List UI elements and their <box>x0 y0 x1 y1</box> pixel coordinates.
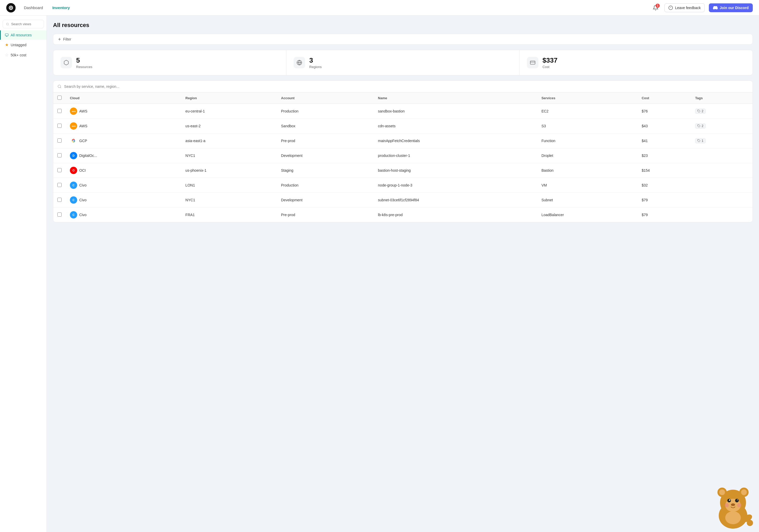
row-checkbox-2[interactable] <box>58 138 61 143</box>
svg-text:aws: aws <box>72 110 76 112</box>
cloud-name-3: DigitalOc... <box>79 154 97 158</box>
row-checkbox-4[interactable] <box>58 168 61 172</box>
svg-rect-10 <box>530 61 535 64</box>
account-4: Staging <box>277 163 374 178</box>
row-checkbox-1[interactable] <box>58 124 61 128</box>
table-row: C Civo FRA1 Pre-prod lb-k8s-pre-prod Loa… <box>53 208 752 222</box>
tags-3 <box>691 148 752 163</box>
search-views-input[interactable] <box>11 22 41 26</box>
sidebar-search-box[interactable] <box>3 20 44 28</box>
cloud-cell-7: C Civo <box>70 211 177 218</box>
sidebar-item-all-resources[interactable]: All resources <box>0 30 47 40</box>
tags-7 <box>691 208 752 222</box>
all-resources-icon <box>5 33 9 37</box>
select-all-checkbox[interactable] <box>58 95 61 100</box>
account-5: Production <box>277 178 374 193</box>
region-5: LON1 <box>181 178 277 193</box>
star-icon-50k: ☆ <box>5 53 9 57</box>
svg-point-12 <box>58 85 61 88</box>
notification-badge: 1 <box>656 4 660 8</box>
tags-6 <box>691 193 752 208</box>
account-3: Development <box>277 148 374 163</box>
nav-links: Dashboard Inventory <box>22 4 72 11</box>
tag-badge: 1 <box>695 138 706 143</box>
tags-4 <box>691 163 752 178</box>
tag-badge: 2 <box>695 109 706 114</box>
notification-button[interactable]: 1 <box>651 3 660 13</box>
row-checkbox-7[interactable] <box>58 212 61 217</box>
resource-name-3: production-cluster-1 <box>374 148 538 163</box>
main-layout: All resources ★ Untagged ☆ 50k+ cost All… <box>0 16 759 532</box>
stat-regions-text: 3 Regions <box>309 57 322 69</box>
account-0: Production <box>277 104 374 119</box>
cost-2: $41 <box>637 133 691 148</box>
account-7: Pre-prod <box>277 208 374 222</box>
cloud-cell-5: C Civo <box>70 182 177 189</box>
sidebar-item-untagged[interactable]: ★ Untagged <box>0 40 47 50</box>
row-checkbox-5[interactable] <box>58 183 61 187</box>
aws-logo: aws <box>70 107 77 115</box>
stat-resources-value: 5 <box>76 57 92 64</box>
region-7: FRA1 <box>181 208 277 222</box>
cost-0: $76 <box>637 104 691 119</box>
tag-badge: 2 <box>695 123 706 129</box>
tags-2: 1 <box>691 133 752 148</box>
row-checkbox-3[interactable] <box>58 153 61 157</box>
cloud-name-6: Civo <box>79 198 87 202</box>
discord-button[interactable]: Join our Discord <box>709 3 753 12</box>
app-logo[interactable] <box>6 3 16 13</box>
svg-point-1 <box>6 23 8 25</box>
tags-1: 2 <box>691 119 752 133</box>
stat-cost-text: $337 Cost <box>542 57 558 69</box>
sidebar-item-50k-cost[interactable]: ☆ 50k+ cost <box>0 50 47 60</box>
tags-0: 2 <box>691 104 752 119</box>
stat-cost: $337 Cost <box>520 50 752 75</box>
row-checkbox-0[interactable] <box>58 109 61 113</box>
filter-button[interactable]: Filter <box>58 37 71 41</box>
feedback-label: Leave feedback <box>675 6 701 10</box>
feedback-button[interactable]: Leave feedback <box>664 3 705 12</box>
svg-rect-3 <box>5 34 8 36</box>
cloud-name-1: AWS <box>79 124 87 128</box>
cost-5: $32 <box>637 178 691 193</box>
col-region: Region <box>181 93 277 104</box>
stat-cost-label: Cost <box>542 65 558 69</box>
feedback-icon <box>668 6 673 10</box>
cost-3: $23 <box>637 148 691 163</box>
top-navigation: Dashboard Inventory 1 Leave feedback Joi… <box>0 0 759 16</box>
cloud-cell-4: O OCI <box>70 167 177 174</box>
nav-inventory[interactable]: Inventory <box>50 4 72 11</box>
region-6: NYC1 <box>181 193 277 208</box>
services-3: Droplet <box>538 148 638 163</box>
table-row: D DigitalOc... NYC1 Development producti… <box>53 148 752 163</box>
stat-regions-value: 3 <box>309 57 322 64</box>
cloud-name-2: GCP <box>79 139 87 143</box>
resource-name-0: sandbox-bastion <box>374 104 538 119</box>
table-search-input[interactable] <box>64 84 748 89</box>
account-2: Pre-prod <box>277 133 374 148</box>
table-row: O OCI us-phoenix-1 Staging bastion-host-… <box>53 163 752 178</box>
table-body: aws AWS eu-central-1 Production sandbox-… <box>53 104 752 222</box>
filter-label: Filter <box>63 37 71 41</box>
sidebar: All resources ★ Untagged ☆ 50k+ cost <box>0 16 47 532</box>
col-cost: Cost <box>637 93 691 104</box>
discord-icon <box>713 6 718 10</box>
stat-resources: 5 Resources <box>53 50 286 75</box>
region-3: NYC1 <box>181 148 277 163</box>
cloud-name-0: AWS <box>79 109 87 113</box>
filter-bar: Filter <box>53 34 753 45</box>
col-tags: Tags <box>691 93 752 104</box>
civo-logo: C <box>70 182 77 189</box>
stat-resources-label: Resources <box>76 65 92 69</box>
cloud-cell-3: D DigitalOc... <box>70 152 177 159</box>
services-5: VM <box>538 178 638 193</box>
civo-logo: C <box>70 211 77 218</box>
row-checkbox-6[interactable] <box>58 198 61 202</box>
cost-6: $79 <box>637 193 691 208</box>
services-4: Bastion <box>538 163 638 178</box>
table-search-box[interactable] <box>53 81 752 93</box>
resource-name-4: bastion-host-staging <box>374 163 538 178</box>
nav-dashboard[interactable]: Dashboard <box>22 4 45 11</box>
civo-logo: C <box>70 196 77 204</box>
regions-icon <box>294 57 305 68</box>
